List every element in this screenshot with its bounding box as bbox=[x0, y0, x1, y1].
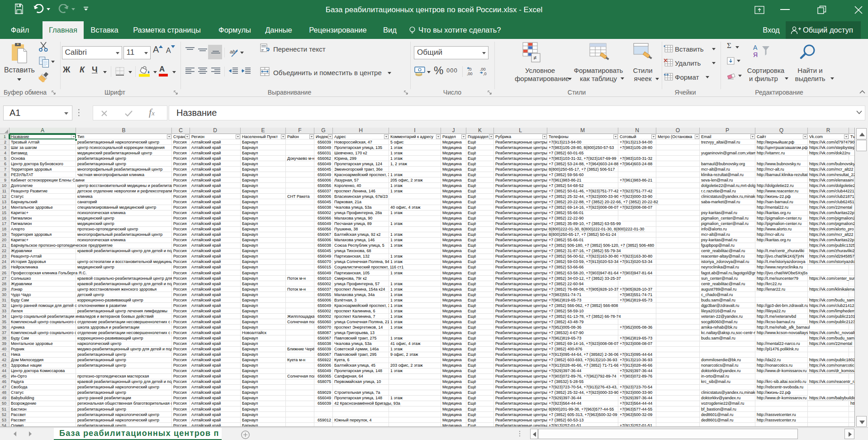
svg-text:≠: ≠ bbox=[533, 54, 536, 61]
svg-text:А: А bbox=[753, 44, 758, 51]
svg-text:,0: ,0 bbox=[483, 72, 487, 76]
svg-text:,00: ,00 bbox=[480, 67, 486, 72]
svg-text:,0: ,0 bbox=[468, 67, 472, 72]
svg-text:,00: ,00 bbox=[467, 72, 473, 76]
svg-text:Я: Я bbox=[753, 51, 758, 58]
